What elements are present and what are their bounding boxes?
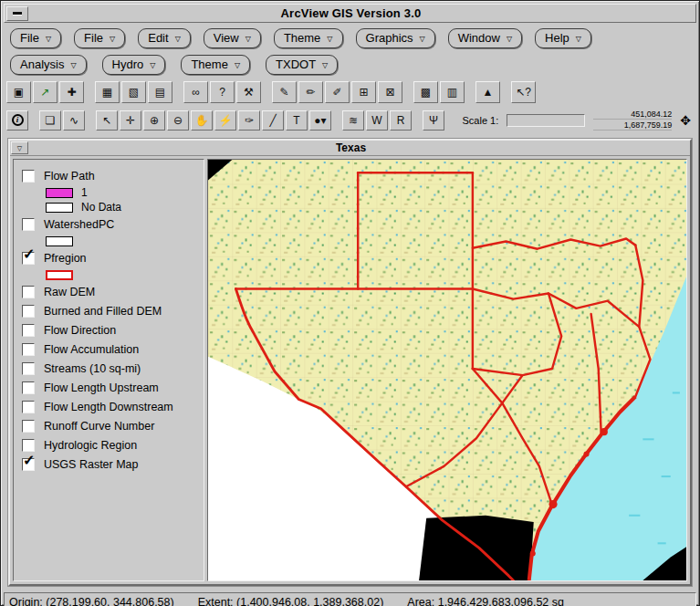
menu-graphics-label: Graphics (366, 31, 413, 45)
profile-icon: ∿ (69, 115, 78, 126)
theme-properties-button[interactable]: ▦ (95, 81, 120, 103)
open-theme-table-button[interactable]: ▤ (148, 81, 172, 103)
menu-theme-2[interactable]: Theme▽ (181, 55, 250, 75)
zoom-to-selection-icon: ⊠ (385, 87, 394, 98)
window-menu-icon: ▽ (17, 145, 22, 152)
legend-item-hydrologic-region[interactable]: Hydrologic Region (20, 435, 204, 454)
save-project-button[interactable]: ▣ (6, 81, 31, 103)
pan-button[interactable]: ✋ (191, 110, 213, 131)
export-button[interactable]: ↗ (33, 81, 57, 103)
edit-theme-button[interactable]: ✏ (298, 81, 323, 103)
vertex-edit-button[interactable]: ✛ (120, 110, 141, 131)
draw-point-icon: ●▾ (314, 115, 326, 126)
pointer-icon: ↖ (102, 115, 111, 126)
flow-length-downstream-checkbox[interactable] (22, 401, 35, 413)
voice-icon: Ψ (429, 115, 438, 126)
legend-item-flow-path[interactable]: Flow Path (20, 166, 204, 185)
pointer-button[interactable]: ↖ (96, 110, 118, 131)
menu-analysis[interactable]: Analysis▽ (10, 55, 87, 75)
clear-selection-button[interactable]: ✐ (325, 81, 350, 103)
identify-button[interactable]: i (6, 110, 28, 131)
draw-line-button[interactable]: ╱ (262, 110, 284, 131)
draw-point-button[interactable]: ●▾ (309, 110, 331, 131)
dither-button[interactable]: ▩ (413, 81, 438, 103)
wave-icon: ≋ (349, 115, 358, 126)
map-panel[interactable] (207, 159, 687, 581)
pfregion-checkbox[interactable]: ✓ (22, 252, 35, 265)
legend-item-flow-accumulation[interactable]: Flow Accumulation (20, 340, 204, 359)
zoom-out-button[interactable]: ⊖ (167, 110, 189, 131)
flow-path-swatch-label: 1 (81, 186, 88, 199)
legend-item-watershedpc[interactable]: WatershedPC (20, 214, 204, 234)
measure-button[interactable]: ✑ (238, 110, 260, 131)
legend-item-pfregion[interactable]: ✓Pfregion (20, 248, 204, 267)
menu-window[interactable]: Window▽ (448, 28, 522, 48)
legend-item-usgs-raster-map[interactable]: ✓USGS Raster Map (20, 454, 204, 474)
hotlink-button[interactable]: ⚡ (214, 110, 236, 131)
dropdown-triangle-icon: ▽ (235, 62, 240, 69)
burned-filled-dem-checkbox[interactable] (22, 305, 35, 318)
legend-item-burned-filled-dem[interactable]: Burned and Filled DEM (20, 301, 204, 320)
usgs-raster-map-checkbox[interactable]: ✓ (22, 458, 35, 471)
legend-item-flow-length-upstream[interactable]: Flow Length Upstream (20, 378, 204, 397)
vertex-edit-icon: ✛ (126, 115, 135, 126)
scale-input[interactable] (507, 114, 585, 127)
w-tool-button[interactable]: W (366, 110, 388, 131)
find-button[interactable]: ∞ (183, 81, 208, 103)
query-builder-icon: ? (219, 87, 225, 98)
menu-file-2[interactable]: File▽ (74, 28, 125, 48)
add-theme-button[interactable]: ✚ (59, 81, 84, 103)
view-window-menu-button[interactable]: ▽ (11, 141, 28, 154)
legend-list-icon: ▥ (447, 87, 457, 98)
select-by-theme-button[interactable]: ✎ (272, 81, 297, 103)
flow-direction-checkbox[interactable] (22, 324, 35, 337)
r-tool-button[interactable]: R (390, 110, 412, 131)
dropdown-triangle-icon: ▽ (175, 36, 181, 43)
dropdown-triangle-icon: ▽ (507, 36, 512, 43)
raw-dem-checkbox[interactable] (22, 286, 35, 298)
flow-path-checkbox[interactable] (22, 170, 35, 183)
context-help-icon: ↖? (516, 87, 531, 98)
layout-button[interactable]: ▲ (475, 81, 500, 103)
profile-button[interactable]: ∿ (63, 110, 85, 131)
wave-button[interactable]: ≋ (342, 110, 364, 131)
legend-item-flow-direction[interactable]: Flow Direction (20, 320, 204, 340)
edit-legend-icon: ▧ (129, 87, 139, 98)
zoom-in-button[interactable]: ⊕ (143, 110, 165, 131)
geoprocessing-button[interactable]: ⚒ (236, 81, 261, 103)
voice-button[interactable]: Ψ (423, 110, 444, 131)
legend-item-runoff-curve-number[interactable]: Runoff Curve Number (20, 416, 204, 435)
select-graphic-button[interactable]: ❏ (39, 110, 61, 131)
legend-list-button[interactable]: ▥ (440, 81, 465, 103)
menu-file-2-label: File (84, 31, 103, 45)
menu-help[interactable]: Help▽ (535, 28, 591, 48)
menu-file-1[interactable]: File▽ (10, 28, 61, 48)
runoff-curve-number-checkbox[interactable] (22, 420, 35, 433)
legend-item-raw-dem[interactable]: Raw DEM (20, 282, 204, 301)
menu-edit[interactable]: Edit▽ (138, 28, 191, 48)
hydrologic-region-label: Hydrologic Region (44, 439, 137, 452)
legend-item-flow-length-downstream[interactable]: Flow Length Downstream (20, 397, 204, 416)
context-help-button[interactable]: ↖? (511, 81, 536, 103)
menu-view[interactable]: View▽ (204, 28, 261, 48)
menu-txdot[interactable]: TXDOT▽ (266, 55, 338, 75)
legend-item-streams-10sqmi[interactable]: Streams (10 sq-mi) (20, 359, 204, 378)
watershedpc-checkbox[interactable] (22, 218, 35, 231)
flow-path-swatch-row: 1 (20, 185, 204, 200)
status-origin: Origin: (278,199.60, 344,806.58) (9, 596, 174, 606)
menu-graphics[interactable]: Graphics▽ (356, 28, 435, 48)
edit-legend-button[interactable]: ▧ (121, 81, 146, 103)
zoom-to-extent-button[interactable]: ⊞ (351, 81, 376, 103)
query-builder-button[interactable]: ? (210, 81, 235, 103)
menu-hydro-label: Hydro (112, 57, 144, 71)
texas-map[interactable] (208, 160, 686, 580)
flow-length-upstream-checkbox[interactable] (22, 381, 35, 394)
text-button[interactable]: T (286, 110, 308, 131)
menu-theme[interactable]: Theme▽ (274, 28, 343, 48)
flow-accumulation-checkbox[interactable] (22, 343, 35, 356)
zoom-to-selection-button[interactable]: ⊠ (378, 81, 402, 103)
streams-10sqmi-checkbox[interactable] (22, 362, 35, 375)
window-menu-button[interactable] (6, 6, 28, 21)
hydrologic-region-checkbox[interactable] (22, 439, 35, 452)
menu-hydro[interactable]: Hydro▽ (102, 55, 166, 75)
